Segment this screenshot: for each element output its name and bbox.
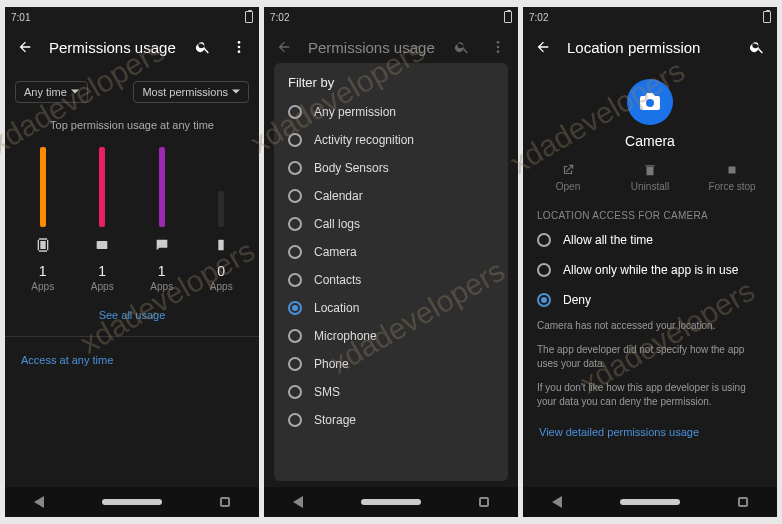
search-icon[interactable] [191,35,215,59]
see-all-link[interactable]: See all usage [99,309,166,321]
filter-option[interactable]: SMS [278,378,504,406]
filter-option[interactable]: Camera [278,238,504,266]
filter-option[interactable]: Body Sensors [278,154,504,182]
counts-row: 1 1 1 0 [5,259,259,281]
svg-point-6 [497,46,500,49]
filter-option[interactable]: Storage [278,406,504,434]
navbar [523,487,777,517]
radio-icon [288,217,302,231]
labels-row: Apps Apps Apps Apps [5,281,259,300]
screen-filter-dialog: 7:02 Permissions usage Filter by Any per… [264,7,518,517]
filter-option-label: Location [314,301,359,315]
nav-home[interactable] [102,499,162,505]
choice-label: Allow all the time [563,233,653,247]
contacts-icon [82,237,122,255]
page-title: Location permission [567,39,733,56]
statusbar: 7:02 [264,7,518,27]
filter-option[interactable]: Location [278,294,504,322]
filter-option[interactable]: Calendar [278,182,504,210]
filter-option[interactable]: Contacts [278,266,504,294]
app-hero: Camera [523,67,777,155]
filter-option-label: Body Sensors [314,161,389,175]
uninstall-label: Uninstall [631,181,669,192]
overflow-icon[interactable] [486,35,510,59]
phone-icon [23,237,63,255]
svg-point-5 [497,41,500,44]
radio-icon [288,301,302,315]
radio-icon [288,273,302,287]
filter-option-label: Call logs [314,217,360,231]
filter-option-label: Phone [314,357,349,371]
usage-bars [5,137,259,227]
radio-icon [537,293,551,307]
open-label: Open [556,181,580,192]
filter-option-label: SMS [314,385,340,399]
uninstall-button[interactable]: Uninstall [615,163,685,192]
radio-icon [288,105,302,119]
permission-choice[interactable]: Allow all the time [523,225,777,255]
nav-home[interactable] [620,499,680,505]
time-filter-dropdown[interactable]: Any time [15,81,88,103]
filter-option[interactable]: Phone [278,350,504,378]
sort-dropdown[interactable]: Most permissions [133,81,249,103]
permission-choice[interactable]: Deny [523,285,777,315]
clock: 7:02 [270,12,289,23]
filter-option[interactable]: Microphone [278,322,504,350]
chevron-down-icon [71,88,79,96]
sort-label: Most permissions [142,86,228,98]
filter-option[interactable]: Any permission [278,98,504,126]
radio-icon [288,329,302,343]
filter-option-label: Calendar [314,189,363,203]
svg-point-0 [238,41,241,44]
search-icon[interactable] [745,35,769,59]
permission-choice[interactable]: Allow only while the app is in use [523,255,777,285]
section-header: LOCATION ACCESS FOR CAMERA [523,200,777,225]
forcestop-label: Force stop [708,181,755,192]
sms-icon [142,237,182,255]
device-icon [201,237,241,255]
nav-recent[interactable] [738,497,748,507]
nav-back[interactable] [34,496,44,508]
battery-icon [504,11,512,23]
svg-point-2 [238,50,241,53]
appbar: Permissions usage [264,27,518,67]
bar-empty [218,191,224,227]
chevron-down-icon [232,88,240,96]
access-link[interactable]: Access at any time [21,354,113,366]
radio-icon [288,245,302,259]
nav-back[interactable] [552,496,562,508]
navbar [5,487,259,517]
app-actions: Open Uninstall Force stop [523,155,777,200]
filter-option[interactable]: Activity recognition [278,126,504,154]
count-2: 1 [82,263,122,279]
bar-phone [40,147,46,227]
chart-caption: Top permission usage at any time [5,109,259,137]
radio-icon [288,357,302,371]
navbar [264,487,518,517]
svg-rect-8 [729,167,736,174]
filters: Any time Most permissions [5,67,259,109]
filter-title: Filter by [278,73,504,98]
overflow-icon[interactable] [227,35,251,59]
radio-icon [288,133,302,147]
filter-option-label: Storage [314,413,356,427]
nav-recent[interactable] [479,497,489,507]
radio-icon [537,263,551,277]
nav-back[interactable] [293,496,303,508]
filter-option[interactable]: Call logs [278,210,504,238]
open-button[interactable]: Open [533,163,603,192]
search-icon[interactable] [450,35,474,59]
forcestop-button[interactable]: Force stop [697,163,767,192]
detailed-link[interactable]: View detailed permissions usage [539,426,699,438]
back-icon[interactable] [13,35,37,59]
count-4: 0 [201,263,241,279]
appbar: Location permission [523,27,777,67]
nav-home[interactable] [361,499,421,505]
filter-option-label: Microphone [314,329,377,343]
back-icon[interactable] [531,35,555,59]
divider [5,336,259,337]
radio-icon [288,413,302,427]
nav-recent[interactable] [220,497,230,507]
back-icon[interactable] [272,35,296,59]
page-title: Permissions usage [49,39,179,56]
